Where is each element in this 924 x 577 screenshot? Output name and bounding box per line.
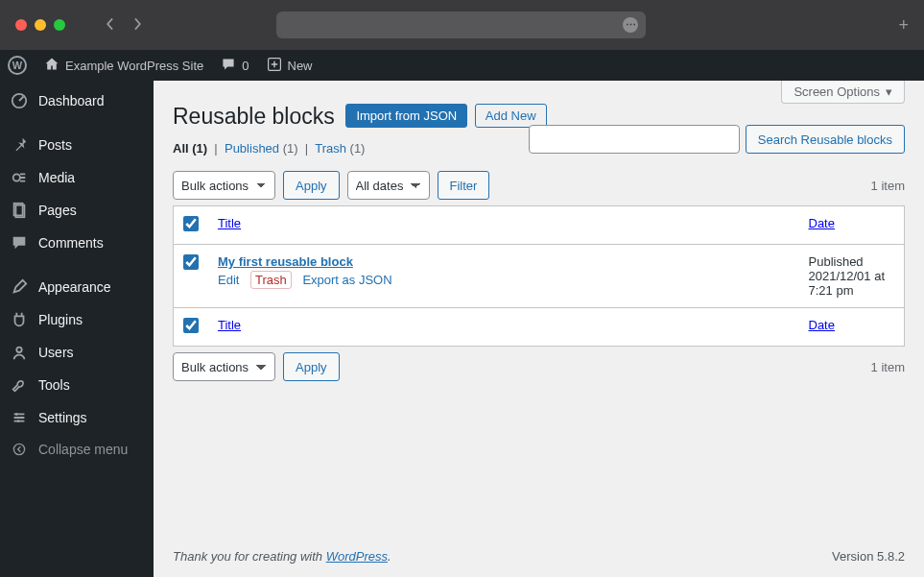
browser-back-icon[interactable] — [104, 17, 117, 34]
row-action-export[interactable]: Export as JSON — [302, 273, 391, 287]
url-bar[interactable]: ⋯ — [276, 12, 646, 38]
footer-thankyou: Thank you for creating with — [173, 549, 326, 564]
blocks-table: Title Date My first reusable block Edit … — [173, 205, 905, 347]
browser-nav-arrows — [104, 17, 144, 34]
bulk-apply-bottom[interactable]: Apply — [283, 352, 340, 381]
row-checkbox[interactable] — [183, 254, 199, 270]
plus-icon — [267, 57, 282, 75]
admin-footer: Thank you for creating with WordPress. V… — [173, 536, 905, 577]
screen-options-toggle[interactable]: Screen Options ▾ — [781, 81, 905, 104]
window-maximize-icon[interactable] — [54, 19, 65, 31]
svg-point-6 — [15, 413, 18, 416]
sidebar-item-label: Media — [38, 170, 75, 185]
col-date-sort[interactable]: Date — [809, 216, 835, 230]
chevron-down-icon: ▾ — [886, 84, 892, 99]
content-area: Screen Options ▾ Reusable blocks Import … — [154, 81, 924, 577]
select-all-bottom[interactable] — [183, 318, 199, 333]
sidebar-item-appearance[interactable]: Appearance — [0, 271, 154, 303]
filter-trash[interactable]: Trash — [315, 141, 346, 156]
col-title-sort-bottom[interactable]: Title — [218, 318, 241, 332]
sidebar-item-label: Settings — [38, 410, 87, 425]
collapse-label: Collapse menu — [38, 442, 128, 457]
sidebar-item-label: Plugins — [38, 312, 83, 327]
comments-link[interactable]: 0 — [221, 57, 249, 75]
browser-chrome: ⋯ + — [0, 0, 924, 50]
tool-icon — [10, 376, 29, 394]
row-title-link[interactable]: My first reusable block — [218, 254, 353, 269]
screen-options-label: Screen Options — [794, 84, 880, 99]
svg-point-2 — [13, 174, 20, 180]
bulk-apply-top[interactable]: Apply — [283, 171, 340, 200]
date-filter-select[interactable]: All dates — [347, 171, 430, 200]
col-title-sort[interactable]: Title — [218, 216, 241, 230]
table-row: My first reusable block Edit Trash Expor… — [174, 245, 905, 308]
sidebar-item-pages[interactable]: Pages — [0, 194, 154, 227]
home-icon — [44, 57, 59, 75]
search-row: Search Reusable blocks — [529, 125, 905, 154]
filter-published[interactable]: Published — [225, 141, 279, 156]
wp-logo-menu[interactable]: W — [8, 56, 27, 75]
collapse-menu-button[interactable]: Collapse menu — [0, 434, 154, 465]
appearance-icon — [10, 278, 29, 296]
wp-admin-bar: W Example WordPress Site 0 New — [0, 50, 924, 81]
sidebar-item-tools[interactable]: Tools — [0, 369, 154, 401]
sidebar-item-comments[interactable]: Comments — [0, 227, 154, 259]
row-date: Published 2021/12/01 at 7:21 pm — [799, 245, 905, 308]
wordpress-logo-icon: W — [8, 56, 27, 75]
bulk-actions-select-bottom[interactable]: Bulk actions — [173, 352, 275, 381]
comments-icon — [10, 234, 29, 252]
row-actions: Edit Trash Export as JSON — [218, 273, 790, 287]
collapse-icon — [10, 443, 29, 456]
items-count-bottom: 1 item — [871, 360, 905, 374]
comments-count: 0 — [242, 59, 249, 73]
sidebar-item-dashboard[interactable]: Dashboard — [0, 84, 154, 117]
new-content-link[interactable]: New — [267, 57, 313, 75]
footer-wordpress-link[interactable]: WordPress — [326, 549, 388, 564]
row-action-trash[interactable]: Trash — [250, 271, 292, 289]
tablenav-top: Bulk actions Apply All dates Filter 1 it… — [173, 171, 905, 200]
tablenav-bottom: Bulk actions Apply 1 item — [173, 352, 905, 381]
row-action-edit[interactable]: Edit — [218, 273, 239, 287]
search-button[interactable]: Search Reusable blocks — [746, 125, 905, 154]
sidebar-item-plugins[interactable]: Plugins — [0, 303, 154, 336]
sidebar-item-label: Users — [38, 345, 74, 360]
items-count-top: 1 item — [871, 179, 905, 193]
plugin-icon — [10, 311, 29, 328]
window-traffic-lights — [15, 19, 65, 31]
page-title: Reusable blocks — [173, 104, 335, 130]
browser-forward-icon[interactable] — [130, 17, 144, 34]
dashboard-icon — [10, 92, 29, 109]
sidebar-item-posts[interactable]: Posts — [0, 129, 154, 161]
settings-icon — [10, 409, 29, 426]
sidebar-item-users[interactable]: Users — [0, 336, 154, 369]
window-close-icon[interactable] — [15, 19, 27, 31]
sidebar-item-label: Posts — [38, 137, 72, 153]
svg-point-9 — [13, 444, 24, 454]
col-date-sort-bottom[interactable]: Date — [809, 318, 835, 332]
new-tab-button[interactable]: + — [898, 15, 909, 36]
url-menu-icon[interactable]: ⋯ — [623, 17, 638, 33]
sidebar-item-label: Pages — [38, 203, 77, 218]
footer-version: Version 5.8.2 — [832, 549, 905, 564]
svg-point-8 — [17, 420, 20, 422]
sidebar-item-label: Appearance — [38, 279, 111, 295]
media-icon — [10, 169, 29, 186]
site-name-label: Example WordPress Site — [65, 59, 203, 73]
page-icon — [10, 202, 29, 219]
new-label: New — [288, 59, 313, 73]
window-minimize-icon[interactable] — [35, 19, 46, 31]
admin-sidebar: Dashboard Posts Media Pages Comments App… — [0, 81, 154, 577]
sidebar-item-media[interactable]: Media — [0, 161, 154, 194]
svg-point-5 — [16, 348, 21, 352]
site-name-link[interactable]: Example WordPress Site — [44, 57, 203, 75]
bulk-actions-select-top[interactable]: Bulk actions — [173, 171, 275, 200]
sidebar-item-label: Tools — [38, 377, 70, 393]
select-all-top[interactable] — [183, 216, 199, 231]
sidebar-item-settings[interactable]: Settings — [0, 401, 154, 434]
filter-button[interactable]: Filter — [438, 171, 490, 200]
search-input[interactable] — [529, 125, 740, 154]
filter-all[interactable]: All (1) — [173, 141, 207, 156]
comment-icon — [221, 57, 236, 75]
pin-icon — [10, 136, 29, 154]
import-json-button[interactable]: Import from JSON — [345, 104, 467, 128]
